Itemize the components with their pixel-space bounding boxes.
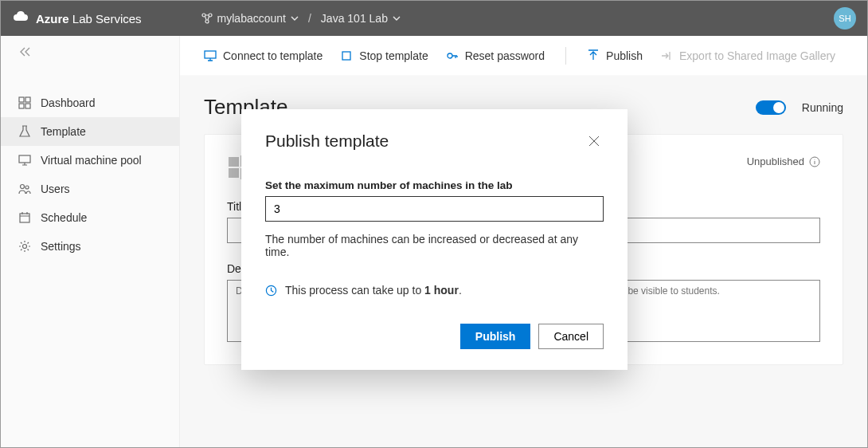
max-machines-label: Set the maximum number of machines in th… bbox=[265, 179, 604, 191]
max-machines-hint: The number of machines can be increased … bbox=[265, 233, 604, 258]
duration-info: This process can take up to 1 hour. bbox=[265, 284, 604, 297]
breadcrumb-sep: / bbox=[308, 12, 311, 25]
publish-modal: Publish template Set the maximum number … bbox=[241, 109, 628, 370]
clock-icon bbox=[265, 285, 277, 297]
avatar[interactable]: SH bbox=[834, 7, 856, 29]
cancel-button[interactable]: Cancel bbox=[538, 324, 604, 349]
brand: Azure Lab Services bbox=[12, 11, 142, 26]
brand-rest: Lab Services bbox=[72, 12, 142, 26]
close-button[interactable] bbox=[585, 132, 604, 151]
max-machines-input[interactable] bbox=[265, 196, 604, 222]
breadcrumb-lab-label: Java 101 Lab bbox=[321, 12, 388, 25]
azure-logo-icon bbox=[12, 11, 29, 26]
breadcrumb: mylabaccount / Java 101 Lab bbox=[201, 12, 401, 25]
breadcrumb-lab[interactable]: Java 101 Lab bbox=[321, 12, 401, 25]
brand-bold: Azure bbox=[36, 12, 69, 26]
close-icon bbox=[588, 136, 600, 147]
chevron-down-icon bbox=[393, 14, 401, 22]
breadcrumb-account-label: mylabaccount bbox=[217, 12, 286, 25]
network-icon bbox=[201, 13, 213, 24]
breadcrumb-account[interactable]: mylabaccount bbox=[201, 12, 299, 25]
publish-button[interactable]: Publish bbox=[460, 324, 531, 349]
svg-point-2 bbox=[205, 20, 209, 23]
svg-point-1 bbox=[209, 14, 212, 17]
modal-title: Publish template bbox=[265, 132, 585, 151]
app-header: Azure Lab Services mylabaccount / Java 1… bbox=[1, 1, 867, 36]
svg-point-0 bbox=[202, 14, 205, 17]
chevron-down-icon bbox=[291, 14, 299, 22]
